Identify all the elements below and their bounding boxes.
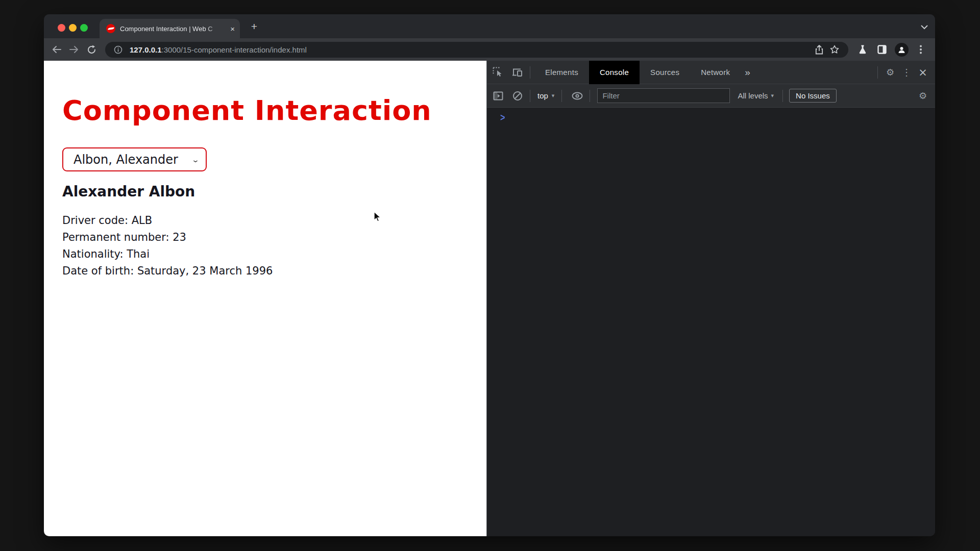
console-output-area[interactable]: > [487, 108, 935, 536]
bookmark-star-icon[interactable] [827, 42, 842, 57]
browser-window: Component Interaction | Web C × + [44, 14, 935, 536]
tab-title: Component Interaction | Web C [120, 25, 221, 33]
caret-down-icon: ▾ [771, 92, 774, 99]
device-toolbar-icon[interactable] [509, 64, 526, 81]
devtools-tab-bar: Elements Console Sources Network » ⚙ ⋮ × [487, 61, 935, 84]
browser-tab[interactable]: Component Interaction | Web C × [100, 19, 240, 38]
tab-sources[interactable]: Sources [640, 61, 690, 84]
divider [590, 90, 590, 102]
site-info-icon[interactable] [110, 42, 126, 57]
experiments-flask-icon[interactable] [854, 41, 871, 58]
permanent-number-line: Permanent number: 23 [62, 229, 273, 246]
devtools-panel: Elements Console Sources Network » ⚙ ⋮ × [486, 61, 935, 536]
close-tab-icon[interactable]: × [230, 25, 235, 33]
web-page: Component Interaction Albon, Alexander ⌄… [44, 61, 486, 536]
date-of-birth-line: Date of birth: Saturday, 23 March 1996 [62, 263, 273, 280]
driver-select-value: Albon, Alexander [74, 153, 178, 167]
divider [561, 90, 562, 102]
console-settings-gear-icon[interactable]: ⚙ [915, 88, 931, 104]
inspect-element-icon[interactable] [490, 64, 506, 81]
tab-strip: Component Interaction | Web C × + [44, 14, 935, 38]
tab-network[interactable]: Network [690, 61, 741, 84]
select-chevron-down-icon: ⌄ [191, 156, 200, 164]
side-panel-icon[interactable] [874, 41, 890, 58]
clear-console-icon[interactable] [509, 88, 526, 104]
driver-code-line: Driver code: ALB [62, 212, 273, 229]
browser-toolbar: 127.0.0.1:3000/15-component-interaction/… [44, 38, 935, 61]
chevron-down-icon[interactable] [921, 22, 928, 32]
forward-button[interactable] [65, 41, 83, 58]
tab-elements[interactable]: Elements [534, 61, 589, 84]
log-level-value: All levels [738, 91, 768, 100]
log-level-selector[interactable]: All levels ▾ [733, 91, 778, 100]
devtools-settings-gear-icon[interactable]: ⚙ [882, 64, 898, 81]
context-selector-value: top [537, 91, 548, 100]
profile-avatar[interactable] [893, 41, 910, 58]
live-expression-eye-icon[interactable] [569, 88, 585, 104]
reload-button[interactable] [83, 41, 100, 58]
driver-select[interactable]: Albon, Alexander ⌄ [62, 147, 207, 171]
desktop-background: Component Interaction | Web C × + [0, 0, 980, 551]
window-content: Component Interaction Albon, Alexander ⌄… [44, 61, 935, 536]
console-filter-input[interactable] [597, 88, 730, 103]
tab-console[interactable]: Console [589, 61, 640, 84]
divider [530, 66, 530, 79]
caret-down-icon: ▾ [552, 92, 555, 99]
page-title: Component Interaction [62, 94, 432, 127]
back-button[interactable] [48, 41, 65, 58]
toolbar-right-icons [854, 41, 929, 58]
window-controls [58, 24, 88, 32]
divider [877, 66, 878, 79]
f1-favicon-icon [106, 24, 115, 33]
driver-details: Driver code: ALB Permanent number: 23 Na… [62, 212, 273, 280]
new-tab-button[interactable]: + [247, 19, 261, 34]
nationality-line: Nationality: Thai [62, 246, 273, 263]
minimize-window-button[interactable] [69, 24, 77, 32]
issues-badge[interactable]: No Issues [789, 89, 837, 103]
divider [782, 90, 783, 102]
more-tabs-icon[interactable]: » [741, 67, 754, 78]
url-text: 127.0.0.1:3000/15-component-interaction/… [130, 45, 307, 54]
zoom-window-button[interactable] [80, 24, 88, 32]
console-sidebar-toggle-icon[interactable] [490, 88, 506, 104]
url-host: 127.0.0.1 [130, 45, 162, 54]
address-bar[interactable]: 127.0.0.1:3000/15-component-interaction/… [105, 42, 848, 58]
driver-name-heading: Alexander Albon [62, 183, 195, 200]
browser-menu-kebab-icon[interactable] [913, 41, 929, 58]
close-window-button[interactable] [58, 24, 65, 32]
devtools-menu-kebab-icon[interactable]: ⋮ [898, 64, 915, 81]
console-toolbar: top ▾ All levels ▾ [487, 84, 935, 108]
mouse-cursor [373, 211, 383, 224]
url-path: :3000/15-component-interaction/index.htm… [162, 45, 307, 54]
divider [530, 90, 530, 102]
share-icon[interactable] [812, 42, 827, 57]
console-prompt-chevron: > [500, 112, 505, 124]
devtools-close-icon[interactable]: × [915, 64, 931, 81]
context-selector[interactable]: top ▾ [534, 91, 557, 100]
